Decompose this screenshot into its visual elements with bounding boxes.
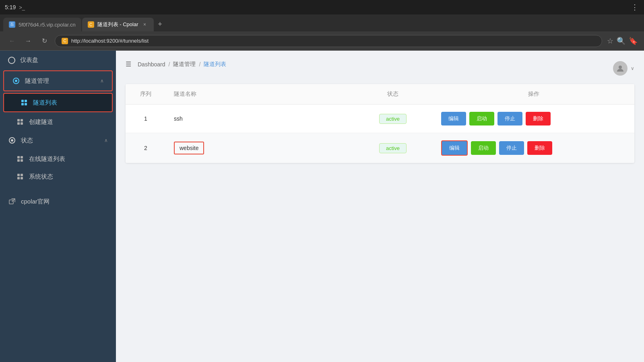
status-icon [8, 136, 16, 144]
tunnel-list-icon [20, 99, 28, 107]
forward-button[interactable]: → [23, 35, 34, 47]
breadcrumb: ☰ Dashboard / 隧道管理 / 隧道列表 [126, 60, 226, 68]
main-area: 仪表盘 隧道管理 ∧ 隧道列表 [0, 51, 644, 362]
row2-actions: 编辑 启动 停止 删除 [433, 133, 634, 163]
online-tunnels-icon [16, 155, 24, 163]
row2-edit-button[interactable]: 编辑 [441, 140, 468, 156]
sidebar-item-status[interactable]: 状态 ∧ [0, 131, 116, 150]
row1-stop-button[interactable]: 停止 [497, 112, 522, 125]
svg-point-5 [619, 66, 622, 69]
tab1-favicon: 百 [9, 21, 15, 28]
address-bar: ← → ↻ C http://localhost:9200/#/tunnels/… [0, 31, 644, 51]
table-row: 2 website active 编辑 启动 停止 删除 [126, 133, 634, 163]
tab-2[interactable]: C 隧道列表 - Cpolar × [82, 18, 154, 31]
row1-edit-button[interactable]: 编辑 [441, 112, 466, 125]
breadcrumb-sep1: / [169, 61, 170, 68]
sidebar-label-tunnel-mgmt: 隧道管理 [25, 77, 95, 85]
sidebar: 仪表盘 隧道管理 ∧ 隧道列表 [0, 51, 116, 362]
sidebar-label-system-status: 系统状态 [29, 173, 108, 181]
external-link-icon [8, 197, 16, 206]
status-badge: active [379, 114, 407, 124]
row1-name: ssh [166, 108, 353, 129]
breadcrumb-sep2: / [199, 61, 200, 68]
breadcrumb-menu-icon[interactable]: ☰ [126, 60, 131, 68]
row1-status: active [353, 107, 433, 131]
row2-index: 2 [126, 138, 166, 158]
star-icon[interactable]: ☆ [607, 37, 613, 45]
sidebar-label-dashboard: 仪表盘 [20, 56, 108, 64]
th-actions: 操作 [433, 84, 634, 104]
breadcrumb-tunnel-mgmt: 隧道管理 [173, 61, 196, 68]
search-icon[interactable]: 🔍 [617, 37, 625, 45]
sidebar-label-status: 状态 [21, 137, 99, 144]
row2-start-button[interactable]: 启动 [471, 141, 496, 155]
row1-start-button[interactable]: 启动 [469, 112, 494, 125]
back-button[interactable]: ← [6, 35, 18, 47]
tunnel-mgmt-icon [12, 77, 20, 85]
dashboard-icon [8, 57, 15, 64]
th-index: 序列 [126, 84, 166, 104]
bookmark-icon[interactable]: 🔖 [629, 37, 638, 45]
row1-index: 1 [126, 108, 166, 129]
browser-menu-icon[interactable]: ⋮ [631, 3, 639, 12]
row1-actions: 编辑 启动 停止 删除 [433, 105, 634, 133]
sidebar-label-tunnel-list: 隧道列表 [33, 99, 104, 107]
tunnel-table: 序列 隧道名称 状态 操作 1 ssh active [126, 84, 634, 163]
table-row: 1 ssh active 编辑 启动 停止 删除 [126, 105, 634, 133]
create-tunnel-icon [16, 118, 24, 126]
row2-name: website [166, 134, 353, 162]
tunnel-mgmt-chevron: ∧ [100, 78, 104, 84]
sidebar-item-dashboard[interactable]: 仪表盘 [0, 51, 116, 70]
status-badge: active [379, 143, 407, 153]
sidebar-item-tunnel-mgmt[interactable]: 隧道管理 ∧ [3, 70, 113, 91]
tab-bar: 百 5f0f76d4.r5.vip.cpolar.cn C 隧道列表 - Cpo… [0, 14, 644, 31]
breadcrumb-dashboard: Dashboard [138, 61, 165, 68]
address-input[interactable]: C http://localhost:9200/#/tunnels/list [55, 35, 602, 47]
prompt-symbol: >_ [19, 4, 25, 10]
row2-name-highlighted: website [174, 142, 204, 154]
tab-1[interactable]: 百 5f0f76d4.r5.vip.cpolar.cn [3, 18, 81, 31]
system-status-icon [16, 173, 24, 181]
sidebar-label-online-tunnels: 在线隧道列表 [29, 155, 108, 163]
avatar-chevron-icon[interactable]: ∨ [631, 66, 634, 71]
breadcrumb-tunnel-list: 隧道列表 [204, 61, 226, 68]
sidebar-item-cpolar[interactable]: cpolar官网 [0, 192, 116, 211]
row2-delete-button[interactable]: 删除 [527, 141, 552, 155]
sidebar-item-tunnel-list[interactable]: 隧道列表 [3, 93, 113, 112]
system-time: 5:19 [5, 4, 16, 10]
tab1-label: 5f0f76d4.r5.vip.cpolar.cn [19, 22, 76, 28]
sidebar-item-online-tunnels[interactable]: 在线隧道列表 [0, 150, 116, 168]
svg-point-1 [15, 80, 17, 82]
row2-status: active [353, 136, 433, 160]
table-header: 序列 隧道名称 状态 操作 [126, 84, 634, 105]
row1-delete-button[interactable]: 删除 [526, 112, 551, 125]
status-chevron: ∧ [104, 138, 108, 143]
row2-stop-button[interactable]: 停止 [499, 141, 524, 155]
address-url: http://localhost:9200/#/tunnels/list [71, 38, 149, 44]
sidebar-item-create-tunnel[interactable]: 创建隧道 [0, 113, 116, 131]
address-favicon: C [62, 38, 68, 44]
tab2-label: 隧道列表 - Cpolar [97, 21, 138, 28]
avatar[interactable] [613, 61, 627, 76]
svg-point-3 [11, 139, 13, 142]
sidebar-label-create-tunnel: 创建隧道 [29, 118, 108, 126]
refresh-button[interactable]: ↻ [39, 35, 50, 47]
user-avatar-area: ∨ [613, 61, 634, 76]
th-name: 隧道名称 [166, 84, 353, 104]
sidebar-sub-tunnel: 隧道列表 创建隧道 [0, 92, 116, 131]
sidebar-label-cpolar: cpolar官网 [21, 198, 108, 206]
sidebar-item-system-status[interactable]: 系统状态 [0, 168, 116, 185]
content-area: ☰ Dashboard / 隧道管理 / 隧道列表 ∨ [116, 51, 644, 362]
title-bar: 5:19 >_ ⋮ [0, 0, 644, 14]
new-tab-button[interactable]: + [155, 19, 166, 30]
th-status: 状态 [353, 84, 433, 104]
tab2-favicon: C [88, 21, 94, 28]
tab2-close-button[interactable]: × [142, 21, 148, 28]
